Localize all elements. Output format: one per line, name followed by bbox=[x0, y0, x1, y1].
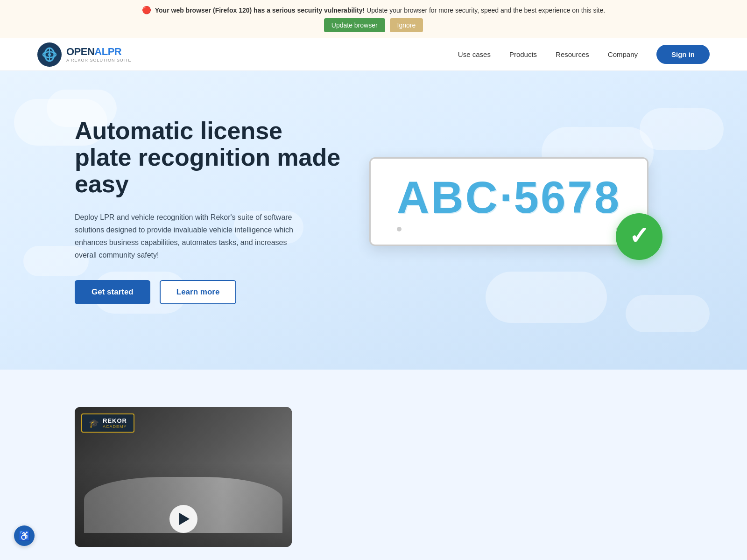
nav-links: Use cases Products Resources Company bbox=[458, 50, 638, 58]
svg-point-4 bbox=[48, 53, 51, 56]
get-started-button[interactable]: Get started bbox=[75, 280, 150, 304]
update-browser-button[interactable]: Update browser bbox=[324, 18, 385, 32]
video-background: 🎓 REKOR ACADEMY bbox=[75, 407, 292, 547]
logo-subtitle: A REKOR SOLUTION SUITE bbox=[66, 58, 132, 63]
accessibility-icon: ♿ bbox=[19, 530, 30, 541]
ignore-button[interactable]: Ignore bbox=[390, 18, 423, 32]
rekor-name: REKOR bbox=[103, 417, 127, 424]
hero-right: ABC·5678 ✓ bbox=[345, 108, 672, 295]
lower-section: 🎓 REKOR ACADEMY bbox=[0, 370, 747, 560]
play-icon bbox=[179, 513, 190, 525]
banner-regular-text: Update your browser for more security, s… bbox=[366, 7, 605, 14]
hero-description: Deploy LPR and vehicle recognition with … bbox=[75, 211, 299, 262]
nav-company[interactable]: Company bbox=[608, 50, 638, 58]
warning-icon: 🔴 bbox=[142, 6, 151, 14]
graduation-icon: 🎓 bbox=[89, 418, 99, 428]
rekor-academy: ACADEMY bbox=[103, 424, 127, 429]
security-banner: 🔴 Your web browser (Firefox 120) has a s… bbox=[0, 0, 747, 38]
nav-use-cases[interactable]: Use cases bbox=[458, 50, 491, 58]
logo-alpr: ALPR bbox=[94, 46, 121, 57]
navbar: OPENALPR A REKOR SOLUTION SUITE Use case… bbox=[0, 38, 747, 71]
logo-text: OPENALPR A REKOR SOLUTION SUITE bbox=[66, 46, 132, 62]
nav-products[interactable]: Products bbox=[509, 50, 537, 58]
banner-actions: Update browser Ignore bbox=[9, 18, 738, 32]
hero-buttons: Get started Learn more bbox=[75, 280, 345, 304]
banner-message: 🔴 Your web browser (Firefox 120) has a s… bbox=[9, 6, 738, 14]
plate-text: ABC·5678 bbox=[397, 172, 621, 223]
nav-resources[interactable]: Resources bbox=[556, 50, 589, 58]
learn-more-button[interactable]: Learn more bbox=[160, 280, 237, 304]
hero-left: Automatic license plate recognition made… bbox=[75, 108, 345, 304]
plate-dot-left bbox=[397, 227, 402, 231]
check-icon: ✓ bbox=[629, 224, 649, 248]
video-thumbnail[interactable]: 🎓 REKOR ACADEMY bbox=[75, 407, 292, 547]
rekor-badge-text: REKOR ACADEMY bbox=[103, 417, 127, 429]
play-button[interactable] bbox=[169, 505, 197, 533]
hero-title: Automatic license plate recognition made… bbox=[75, 118, 345, 198]
plate-dots bbox=[397, 227, 621, 231]
logo[interactable]: OPENALPR A REKOR SOLUTION SUITE bbox=[37, 42, 132, 67]
check-circle: ✓ bbox=[616, 213, 662, 260]
plate-container: ABC·5678 ✓ bbox=[369, 157, 648, 246]
accessibility-button[interactable]: ♿ bbox=[14, 525, 35, 546]
license-plate: ABC·5678 bbox=[369, 157, 648, 246]
logo-open: OPEN bbox=[66, 46, 94, 57]
logo-icon bbox=[37, 42, 62, 67]
banner-bold-text: Your web browser (Firefox 120) has a ser… bbox=[155, 7, 365, 14]
signin-button[interactable]: Sign in bbox=[656, 45, 710, 64]
hero-section: Automatic license plate recognition made… bbox=[0, 71, 747, 370]
rekor-badge: 🎓 REKOR ACADEMY bbox=[81, 413, 134, 433]
